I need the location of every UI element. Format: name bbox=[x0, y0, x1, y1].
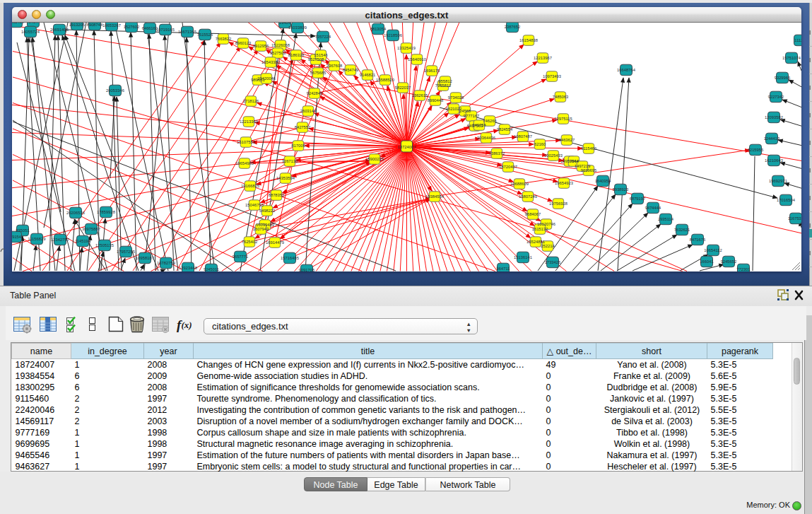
svg-text:2387652: 2387652 bbox=[505, 25, 521, 29]
svg-text:2718126: 2718126 bbox=[243, 99, 259, 103]
svg-text:16543382: 16543382 bbox=[261, 60, 280, 64]
svg-text:15807249: 15807249 bbox=[519, 194, 537, 199]
svg-text:9474444: 9474444 bbox=[645, 206, 661, 210]
svg-text:15751074: 15751074 bbox=[782, 56, 801, 60]
svg-text:1733426: 1733426 bbox=[545, 260, 561, 264]
svg-text:14353594: 14353594 bbox=[276, 176, 295, 180]
svg-text:2367608: 2367608 bbox=[326, 64, 343, 68]
svg-text:9091706: 9091706 bbox=[299, 268, 315, 271]
svg-text:14055724: 14055724 bbox=[21, 30, 40, 34]
svg-text:24568: 24568 bbox=[459, 109, 471, 113]
svg-text:9242848: 9242848 bbox=[307, 91, 323, 95]
svg-text:20364436: 20364436 bbox=[477, 136, 495, 140]
svg-text:8960123: 8960123 bbox=[235, 41, 252, 45]
svg-text:1244413: 1244413 bbox=[764, 136, 780, 141]
svg-text:7485063: 7485063 bbox=[553, 95, 569, 99]
svg-text:16914479: 16914479 bbox=[266, 240, 284, 245]
svg-text:12093582: 12093582 bbox=[765, 115, 783, 119]
svg-text:15046755: 15046755 bbox=[245, 203, 264, 207]
svg-text:9329966: 9329966 bbox=[775, 76, 791, 80]
svg-text:649756: 649756 bbox=[472, 123, 486, 127]
svg-text:12975115: 12975115 bbox=[554, 117, 572, 121]
svg-text:16154838: 16154838 bbox=[519, 38, 538, 42]
svg-text:9684067: 9684067 bbox=[525, 212, 541, 216]
svg-text:7632621: 7632621 bbox=[674, 228, 690, 232]
svg-text:10719165: 10719165 bbox=[156, 28, 175, 32]
svg-text:15136141: 15136141 bbox=[514, 255, 532, 259]
svg-text:1640954: 1640954 bbox=[595, 179, 611, 183]
svg-text:16648764: 16648764 bbox=[617, 68, 636, 72]
svg-text:19756928: 19756928 bbox=[549, 201, 567, 206]
svg-text:15640910: 15640910 bbox=[408, 57, 426, 62]
svg-text:15716485: 15716485 bbox=[281, 256, 299, 260]
svg-text:17957255: 17957255 bbox=[117, 250, 135, 254]
svg-text:7625402: 7625402 bbox=[242, 240, 258, 244]
svg-text:9146821: 9146821 bbox=[360, 73, 376, 77]
svg-text:5938923: 5938923 bbox=[613, 187, 629, 192]
svg-text:955812: 955812 bbox=[438, 79, 452, 83]
svg-text:5498222: 5498222 bbox=[259, 209, 276, 213]
svg-text:9115460: 9115460 bbox=[581, 146, 596, 151]
svg-text:9777167: 9777167 bbox=[464, 114, 480, 118]
svg-text:19218506: 19218506 bbox=[384, 33, 402, 37]
svg-text:10653267: 10653267 bbox=[102, 23, 121, 28]
svg-text:15588520: 15588520 bbox=[376, 78, 394, 82]
svg-text:166041: 166041 bbox=[700, 259, 713, 264]
svg-text:7955812: 7955812 bbox=[435, 83, 452, 88]
svg-text:10120746: 10120746 bbox=[537, 222, 555, 226]
svg-text:11121: 11121 bbox=[794, 38, 801, 42]
svg-text:252214: 252214 bbox=[541, 244, 555, 248]
svg-text:12213967: 12213967 bbox=[534, 56, 552, 60]
svg-text:7515526: 7515526 bbox=[197, 33, 213, 37]
svg-text:1362615: 1362615 bbox=[412, 93, 428, 98]
svg-text:2935114: 2935114 bbox=[658, 217, 674, 221]
svg-text:16210643: 16210643 bbox=[765, 158, 783, 163]
svg-text:3824554: 3824554 bbox=[497, 127, 513, 132]
svg-text:772301: 772301 bbox=[736, 267, 750, 271]
svg-text:8990448: 8990448 bbox=[428, 98, 444, 103]
svg-text:2603144: 2603144 bbox=[300, 109, 317, 113]
svg-text:6879197: 6879197 bbox=[630, 197, 646, 201]
svg-text:8813054: 8813054 bbox=[370, 27, 387, 31]
svg-text:1607943: 1607943 bbox=[253, 227, 269, 231]
svg-text:8912956: 8912956 bbox=[253, 44, 269, 48]
svg-text:8186328: 8186328 bbox=[288, 53, 305, 57]
svg-text:6466160: 6466160 bbox=[142, 26, 158, 30]
svg-text:10688609: 10688609 bbox=[510, 182, 529, 186]
svg-text:16782759: 16782759 bbox=[157, 261, 175, 265]
svg-text:9699695: 9699695 bbox=[581, 168, 597, 173]
svg-text:10958187: 10958187 bbox=[136, 256, 154, 260]
svg-text:11156829: 11156829 bbox=[28, 237, 46, 241]
svg-text:5822037: 5822037 bbox=[395, 86, 411, 90]
svg-text:8471676: 8471676 bbox=[690, 238, 706, 242]
svg-text:12342757: 12342757 bbox=[51, 238, 69, 242]
svg-text:8878352: 8878352 bbox=[269, 193, 285, 197]
svg-text:10654112: 10654112 bbox=[704, 248, 722, 252]
svg-text:9227342: 9227342 bbox=[768, 95, 784, 99]
svg-text:817006: 817006 bbox=[291, 144, 305, 148]
svg-text:8215955: 8215955 bbox=[748, 148, 764, 152]
svg-text:835051: 835051 bbox=[16, 228, 29, 233]
svg-text:39154: 39154 bbox=[12, 235, 22, 239]
svg-text:1497219: 1497219 bbox=[575, 164, 591, 168]
svg-text:10807487: 10807487 bbox=[514, 134, 532, 139]
svg-text:9734028: 9734028 bbox=[448, 95, 464, 100]
svg-text:9844: 9844 bbox=[570, 159, 579, 163]
svg-text:20691406: 20691406 bbox=[50, 28, 69, 32]
svg-text:12505135: 12505135 bbox=[95, 243, 114, 247]
svg-text:(x): (x) bbox=[182, 320, 192, 330]
svg-text:18720407: 18720407 bbox=[499, 165, 517, 169]
svg-text:13325419: 13325419 bbox=[397, 46, 416, 50]
svg-text:12213369: 12213369 bbox=[240, 119, 258, 124]
svg-text:8427552: 8427552 bbox=[295, 125, 311, 129]
svg-text:7663822: 7663822 bbox=[216, 37, 232, 41]
svg-text:15226058: 15226058 bbox=[271, 43, 290, 47]
svg-text:8908744: 8908744 bbox=[87, 23, 103, 27]
svg-text:20053346: 20053346 bbox=[106, 88, 124, 93]
svg-text:30975887: 30975887 bbox=[82, 227, 100, 231]
svg-text:16107553: 16107553 bbox=[237, 140, 255, 144]
svg-text:9527508: 9527508 bbox=[308, 57, 324, 62]
svg-text:9245652: 9245652 bbox=[721, 259, 737, 264]
svg-text:19654923: 19654923 bbox=[555, 181, 573, 185]
svg-text:1696175: 1696175 bbox=[424, 69, 440, 73]
